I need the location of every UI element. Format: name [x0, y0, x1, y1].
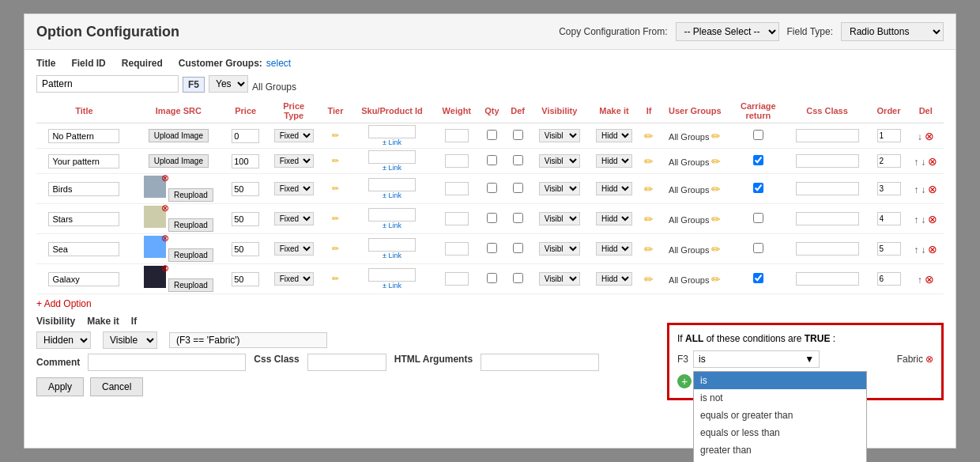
row2-def-checkbox[interactable]: [513, 155, 523, 165]
row6-def-checkbox[interactable]: [513, 273, 523, 283]
row4-qty-checkbox[interactable]: [487, 213, 497, 223]
row3-price-input[interactable]: [232, 182, 259, 196]
row2-up-arrow-icon[interactable]: ↑: [914, 157, 918, 168]
row4-reupload-btn[interactable]: Reupload: [168, 218, 213, 232]
row1-sku-input[interactable]: [368, 125, 416, 138]
row1-order-input[interactable]: [877, 129, 901, 142]
row3-order-input[interactable]: [877, 182, 901, 195]
row1-price-type-select[interactable]: Fixed: [274, 129, 314, 142]
row5-css-input[interactable]: [796, 242, 859, 256]
row3-qty-checkbox[interactable]: [487, 183, 497, 193]
add-option-link[interactable]: + Add Option: [36, 298, 92, 309]
dropdown-item-less-than[interactable]: less than: [694, 459, 866, 462]
row2-down-arrow-icon[interactable]: ↓: [921, 157, 925, 168]
row4-up-arrow-icon[interactable]: ↑: [914, 214, 918, 225]
css-class-input-bottom[interactable]: [307, 354, 386, 371]
copy-config-select[interactable]: -- Please Select --: [676, 22, 779, 41]
row5-delete-btn[interactable]: ⊗: [928, 243, 937, 256]
row4-css-input[interactable]: [796, 212, 859, 225]
row4-if-pencil-icon[interactable]: ✏: [644, 213, 654, 225]
row4-price-type-select[interactable]: Fixed: [274, 212, 314, 225]
row6-remove-image-btn[interactable]: ⊗: [161, 263, 169, 274]
row4-link-btn[interactable]: ± Link: [352, 222, 432, 229]
field-type-select[interactable]: Radio Buttons: [841, 22, 944, 41]
visibility-select[interactable]: Hidden Visible: [36, 331, 91, 349]
row1-make-it-select[interactable]: Hidde: [596, 129, 632, 142]
row1-def-checkbox[interactable]: [513, 130, 523, 140]
row5-sku-input[interactable]: [368, 238, 416, 252]
row6-sku-input[interactable]: [368, 268, 416, 282]
row5-up-arrow-icon[interactable]: ↑: [914, 244, 918, 256]
row2-qty-checkbox[interactable]: [487, 155, 497, 165]
row4-carriage-checkbox[interactable]: [753, 213, 763, 223]
row6-qty-checkbox[interactable]: [487, 273, 497, 283]
row1-delete-btn[interactable]: ⊗: [925, 130, 934, 142]
row2-delete-btn[interactable]: ⊗: [928, 155, 937, 168]
row5-groups-pencil-icon[interactable]: ✏: [711, 243, 721, 256]
row1-tier-pencil-icon[interactable]: ✏: [332, 131, 339, 140]
row3-def-checkbox[interactable]: [513, 183, 523, 193]
row1-visibility-select[interactable]: Visibl: [539, 129, 580, 142]
row1-weight-input[interactable]: [445, 129, 469, 142]
row3-remove-image-btn[interactable]: ⊗: [161, 172, 169, 184]
row2-link-btn[interactable]: ± Link: [352, 164, 432, 172]
row5-carriage-checkbox[interactable]: [753, 243, 763, 253]
row3-down-arrow-icon[interactable]: ↓: [921, 184, 925, 195]
row2-order-input[interactable]: [877, 154, 901, 168]
row1-groups-pencil-icon[interactable]: ✏: [711, 130, 721, 142]
row5-make-it-select[interactable]: Hidde: [596, 242, 632, 256]
row4-title-input[interactable]: [48, 212, 119, 226]
row1-if-pencil-icon[interactable]: ✏: [644, 130, 654, 142]
condition-operator-select[interactable]: is ▼: [693, 350, 820, 368]
row5-weight-input[interactable]: [445, 242, 469, 256]
row4-delete-btn[interactable]: ⊗: [928, 213, 937, 225]
row2-price-input[interactable]: [232, 154, 259, 169]
row4-remove-image-btn[interactable]: ⊗: [161, 203, 169, 214]
row1-qty-checkbox[interactable]: [487, 130, 497, 140]
row6-groups-pencil-icon[interactable]: ✏: [711, 273, 721, 286]
row1-link-btn[interactable]: ± Link: [352, 138, 432, 146]
row2-css-input[interactable]: [796, 154, 859, 168]
row5-title-input[interactable]: [48, 242, 119, 256]
row3-title-input[interactable]: [48, 182, 119, 196]
row4-tier-pencil-icon[interactable]: ✏: [332, 214, 339, 223]
row3-css-input[interactable]: [796, 182, 859, 195]
row2-price-type-select[interactable]: Fixed: [274, 154, 314, 168]
row3-groups-pencil-icon[interactable]: ✏: [711, 183, 721, 195]
row3-price-type-select[interactable]: Fixed: [274, 182, 314, 195]
cancel-button[interactable]: Cancel: [90, 377, 143, 396]
row4-price-input[interactable]: [232, 212, 259, 226]
row5-qty-checkbox[interactable]: [487, 243, 497, 253]
row3-if-pencil-icon[interactable]: ✏: [644, 183, 654, 195]
row1-price-input[interactable]: [232, 129, 259, 143]
dropdown-item-greater-than[interactable]: greater than: [694, 441, 866, 459]
row6-if-pencil-icon[interactable]: ✏: [644, 273, 654, 286]
row2-groups-pencil-icon[interactable]: ✏: [711, 155, 721, 168]
dropdown-item-equals-or-less[interactable]: equals or less than: [694, 424, 866, 441]
row3-up-arrow-icon[interactable]: ↑: [914, 184, 918, 195]
row6-up-arrow-icon[interactable]: ↑: [918, 275, 922, 286]
row2-title-input[interactable]: [48, 154, 119, 169]
row4-weight-input[interactable]: [445, 212, 469, 225]
row1-upload-btn[interactable]: Upload Image: [149, 129, 209, 142]
row6-reupload-btn[interactable]: Reupload: [168, 278, 213, 292]
row6-delete-btn[interactable]: ⊗: [925, 273, 934, 286]
row5-def-checkbox[interactable]: [513, 243, 523, 253]
row1-title-input[interactable]: [48, 129, 119, 143]
row5-if-pencil-icon[interactable]: ✏: [644, 243, 654, 256]
row3-delete-btn[interactable]: ⊗: [928, 183, 937, 195]
row2-upload-btn[interactable]: Upload Image: [149, 154, 209, 168]
row2-weight-input[interactable]: [445, 154, 469, 168]
row5-tier-pencil-icon[interactable]: ✏: [332, 244, 339, 253]
row3-visibility-select[interactable]: Visibl: [539, 182, 580, 195]
row2-sku-input[interactable]: [368, 150, 416, 164]
add-condition-btn[interactable]: +: [677, 374, 692, 388]
row6-price-type-select[interactable]: Fixed: [274, 272, 314, 286]
row6-weight-input[interactable]: [445, 272, 469, 286]
row6-title-input[interactable]: [48, 272, 119, 286]
row5-down-arrow-icon[interactable]: ↓: [921, 244, 925, 256]
row1-carriage-checkbox[interactable]: [753, 130, 763, 140]
row2-tier-pencil-icon[interactable]: ✏: [332, 156, 339, 165]
row5-visibility-select[interactable]: Visibl: [539, 242, 580, 256]
row3-sku-input[interactable]: [368, 178, 416, 191]
